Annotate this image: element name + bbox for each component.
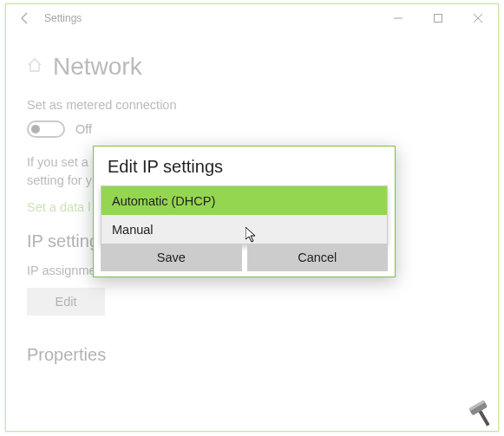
dialog-title: Edit IP settings	[94, 146, 395, 185]
ip-mode-dropdown[interactable]: Automatic (DHCP) Manual	[101, 185, 388, 244]
dropdown-option-manual[interactable]: Manual	[101, 215, 387, 244]
edit-ip-dialog: Edit IP settings Automatic (DHCP) Manual…	[93, 146, 396, 277]
save-button[interactable]: Save	[101, 244, 242, 271]
dropdown-option-automatic[interactable]: Automatic (DHCP)	[101, 186, 387, 215]
cancel-button[interactable]: Cancel	[247, 244, 389, 271]
